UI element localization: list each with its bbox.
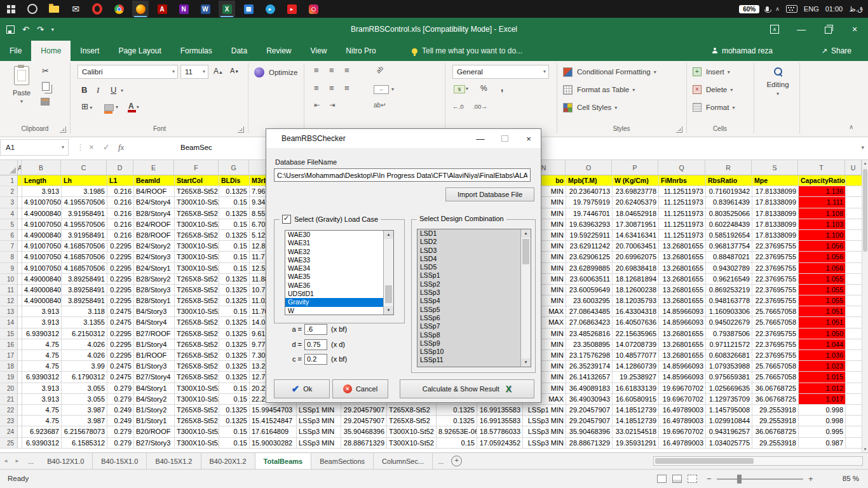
clipboard-dialog-launcher[interactable] bbox=[60, 126, 66, 133]
load-case-item[interactable]: WAE36 bbox=[285, 281, 384, 290]
cell[interactable]: 23.62899885 bbox=[566, 263, 613, 274]
sheet-tab-b40-15x1-0[interactable]: B40-15X1.0 bbox=[93, 453, 147, 469]
clock-time[interactable]: 01:00 bbox=[825, 5, 843, 13]
close-button[interactable]: × bbox=[841, 18, 868, 41]
cell[interactable]: 1.051 bbox=[799, 306, 846, 317]
cell[interactable]: 3.89258491 bbox=[62, 274, 107, 285]
sheet-tab-columnsec-[interactable]: ColumnSec... bbox=[374, 453, 433, 469]
file-explorer-icon[interactable] bbox=[46, 1, 62, 17]
cell[interactable]: 4.75 bbox=[22, 416, 62, 426]
cell[interactable] bbox=[18, 383, 22, 394]
language-indicator[interactable]: ENG bbox=[804, 5, 819, 13]
combo-scroll-thumb[interactable] bbox=[522, 239, 529, 264]
cell[interactable]: 16.99135583 bbox=[477, 416, 523, 426]
cell[interactable]: 19.7446701 bbox=[566, 208, 613, 219]
cell[interactable]: 28.88671329 bbox=[566, 438, 613, 449]
cell[interactable]: 6.9390312 bbox=[22, 438, 62, 449]
cell[interactable]: 13.26801655 bbox=[659, 329, 706, 339]
cell[interactable]: T265X8-St52 bbox=[175, 208, 219, 219]
cell[interactable]: T265X8-St52 bbox=[175, 230, 219, 241]
ribbon-tab-data[interactable]: Data bbox=[222, 41, 257, 61]
cell[interactable]: 22.37695755 bbox=[752, 241, 799, 252]
load-case-item[interactable]: WAE33 bbox=[285, 256, 384, 264]
cell[interactable]: 17.81338099 bbox=[752, 197, 799, 208]
cell[interactable]: 0.1325 bbox=[219, 329, 250, 339]
cell[interactable]: 36.06768725 bbox=[752, 394, 799, 405]
dialog-close-button[interactable]: × bbox=[517, 129, 541, 148]
cell[interactable]: 23.48526816 bbox=[566, 329, 613, 339]
italic-button[interactable]: I bbox=[97, 85, 99, 95]
row-header-14[interactable]: 14 bbox=[0, 317, 18, 328]
header-cell[interactable]: Mpe bbox=[752, 175, 799, 186]
cell[interactable]: 1.015 bbox=[799, 372, 846, 383]
cell[interactable]: LSSp1 MIN bbox=[523, 405, 566, 416]
editing-button[interactable]: Editing ▾ bbox=[760, 66, 796, 97]
cell[interactable]: B24/Story2 bbox=[134, 241, 175, 252]
cell[interactable] bbox=[18, 295, 22, 306]
cell[interactable]: 13.26801655 bbox=[659, 274, 706, 285]
accounting-format-button[interactable]: $▾ bbox=[454, 85, 465, 93]
cell[interactable] bbox=[18, 285, 22, 295]
list-scroll-thumb[interactable] bbox=[385, 285, 392, 303]
row-header-8[interactable]: 8 bbox=[0, 252, 18, 262]
cell[interactable] bbox=[18, 230, 22, 241]
cell[interactable]: 4.490008404 bbox=[22, 295, 62, 306]
cell[interactable]: LSSp3 MIN bbox=[523, 438, 566, 449]
cell[interactable]: B27/ROOF bbox=[134, 329, 175, 339]
cell[interactable]: 16.40507636 bbox=[613, 317, 659, 328]
cell[interactable]: 0.975659381 bbox=[706, 372, 752, 383]
cell[interactable] bbox=[846, 306, 862, 317]
cell[interactable]: 4.490008404 bbox=[22, 274, 62, 285]
cell[interactable] bbox=[18, 350, 22, 361]
cell[interactable]: T300X10-St52 bbox=[175, 252, 219, 262]
cell[interactable]: B28/Story4 bbox=[134, 208, 175, 219]
insert-function-button[interactable]: fx bbox=[118, 139, 124, 156]
row-header-2[interactable]: 2 bbox=[0, 186, 18, 197]
font-dialog-launcher[interactable] bbox=[238, 126, 244, 133]
cell[interactable]: 27.06863423 bbox=[566, 317, 613, 328]
increase-indent-button[interactable]: ⇥ bbox=[329, 101, 335, 109]
cell[interactable]: 16.60580915 bbox=[613, 394, 659, 405]
cell[interactable]: 19.2538927 bbox=[613, 372, 659, 383]
horizontal-scrollbar[interactable] bbox=[653, 456, 863, 466]
cell[interactable]: 1.056 bbox=[799, 263, 846, 274]
cell[interactable]: T300X10-St52 bbox=[175, 219, 219, 230]
cell[interactable]: 4.168570506 bbox=[62, 263, 107, 274]
cell[interactable]: 22.37695755 bbox=[752, 263, 799, 274]
design-combo-item[interactable]: LSD3 bbox=[417, 247, 521, 255]
cell[interactable]: 0.948163778 bbox=[706, 295, 752, 306]
cell[interactable]: 3.1985 bbox=[62, 186, 107, 197]
row-header-9[interactable]: 9 bbox=[0, 263, 18, 274]
combo-down-arrow[interactable]: ▼ bbox=[521, 358, 531, 367]
collapse-ribbon-button[interactable]: ∧ bbox=[849, 123, 853, 130]
header-cell[interactable]: BeamId bbox=[134, 175, 175, 186]
customize-qat-button[interactable]: ▾ bbox=[51, 27, 54, 32]
keyboard-icon[interactable] bbox=[786, 5, 797, 13]
vertical-scroll-thumb[interactable] bbox=[863, 169, 867, 252]
confirm-entry-button[interactable]: ✓ bbox=[103, 139, 110, 156]
cell[interactable]: 0.2295 bbox=[107, 339, 134, 350]
cell[interactable]: 19.59225911 bbox=[566, 230, 613, 241]
design-combo-item[interactable]: LSSp6 bbox=[417, 314, 521, 322]
design-combo-item[interactable]: LSSp5 bbox=[417, 306, 521, 314]
cell[interactable]: 1.025669635 bbox=[706, 383, 752, 394]
cell[interactable]: 1.044 bbox=[799, 339, 846, 350]
cell[interactable]: 3.987 bbox=[62, 416, 107, 426]
cell[interactable]: 22.37695755 bbox=[752, 252, 799, 262]
row-header-7[interactable]: 7 bbox=[0, 241, 18, 252]
header-cell[interactable] bbox=[846, 175, 862, 186]
cell[interactable]: B24/ROOF bbox=[134, 219, 175, 230]
cell[interactable] bbox=[18, 274, 22, 285]
cell[interactable]: 15.90030282 bbox=[250, 438, 297, 449]
cell[interactable]: B20/ROOF bbox=[134, 426, 175, 437]
cell[interactable]: 3.987 bbox=[62, 405, 107, 416]
cell[interactable]: 0.15 bbox=[437, 438, 477, 449]
cell[interactable]: 0.1325 bbox=[219, 274, 250, 285]
cell[interactable]: 0.943196257 bbox=[706, 426, 752, 437]
cell[interactable]: 17.81338099 bbox=[752, 186, 799, 197]
load-case-listbox[interactable]: WAE30WAE31WAE32WAE33WAE34WAE35WAE36UDStl… bbox=[285, 230, 394, 315]
select-all-corner[interactable] bbox=[0, 160, 18, 175]
cell[interactable]: 0.15 bbox=[219, 306, 250, 317]
cell[interactable] bbox=[846, 263, 862, 274]
cell[interactable]: B28/ROOF bbox=[134, 230, 175, 241]
